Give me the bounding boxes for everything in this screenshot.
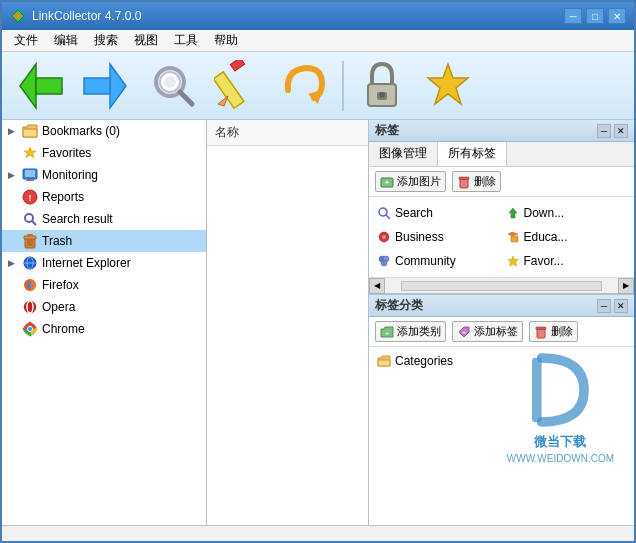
ie-icon <box>22 255 38 271</box>
delete-category-btn[interactable]: 删除 <box>529 321 578 342</box>
svg-rect-5 <box>84 78 110 94</box>
toolbar-back-button[interactable] <box>10 57 70 115</box>
tags-tabs: 图像管理 所有标签 <box>369 142 634 167</box>
status-bar <box>2 525 634 543</box>
scroll-left-btn[interactable]: ◀ <box>369 278 385 294</box>
tag-item-business[interactable]: Business <box>373 225 502 249</box>
add-image-label: 添加图片 <box>397 174 441 189</box>
tag-item-education[interactable]: Educa... <box>502 225 631 249</box>
tag-label-education: Educa... <box>524 230 568 244</box>
menu-bar: 文件 编辑 搜索 视图 工具 帮助 <box>2 30 634 52</box>
expand-arrow-ie: ▶ <box>8 258 18 268</box>
tags-section: 标签 ─ ✕ 图像管理 所有标签 + 添加图片 <box>369 120 634 295</box>
close-button[interactable]: ✕ <box>608 8 626 24</box>
toolbar-edit-button[interactable] <box>208 57 268 115</box>
category-folder-icon <box>377 355 391 367</box>
maximize-button[interactable]: □ <box>586 8 604 24</box>
add-tag-btn[interactable]: + 添加标签 <box>452 321 523 342</box>
svg-marker-2 <box>20 64 36 108</box>
tag-item-favorites[interactable]: Favor... <box>502 249 631 273</box>
sidebar-item-search-result[interactable]: ▶ Search result <box>2 208 206 230</box>
menu-file[interactable]: 文件 <box>6 30 46 51</box>
add-image-icon: + <box>380 175 394 189</box>
sidebar-label-bookmarks: Bookmarks (0) <box>42 124 120 138</box>
tab-image-manage[interactable]: 图像管理 <box>369 142 438 166</box>
tags-toolbar: + 添加图片 删除 <box>369 167 634 197</box>
horizontal-scrollbar[interactable] <box>401 281 602 291</box>
sidebar-label-ie: Internet Explorer <box>42 256 131 270</box>
svg-rect-51 <box>511 236 518 242</box>
tab-all-tags[interactable]: 所有标签 <box>438 142 507 166</box>
sidebar-item-reports[interactable]: ▶ ! Reports <box>2 186 206 208</box>
svg-rect-3 <box>36 78 62 94</box>
sidebar-item-bookmarks[interactable]: ▶ Bookmarks (0) <box>2 120 206 142</box>
menu-tools[interactable]: 工具 <box>166 30 206 51</box>
tag-search-icon <box>377 206 391 220</box>
sidebar-item-firefox[interactable]: ▶ Firefox <box>2 274 206 296</box>
minimize-button[interactable]: ─ <box>564 8 582 24</box>
sidebar-label-trash: Trash <box>42 234 72 248</box>
svg-rect-28 <box>27 234 33 236</box>
delete-tag-btn[interactable]: 删除 <box>452 171 501 192</box>
monitor-icon <box>22 167 38 183</box>
sidebar-item-ie[interactable]: ▶ Internet Explorer <box>2 252 206 274</box>
tags-category-section: 标签分类 ─ ✕ + 添加类别 + <box>369 295 634 525</box>
tag-item-community[interactable]: Community <box>373 249 502 273</box>
menu-help[interactable]: 帮助 <box>206 30 246 51</box>
toolbar-export-button[interactable] <box>274 57 334 115</box>
tag-label-favorites: Favor... <box>524 254 564 268</box>
sidebar: ▶ Bookmarks (0) ▶ Favorites ▶ Monitoring <box>2 120 207 525</box>
tags-section-controls: ─ ✕ <box>597 124 628 138</box>
svg-rect-10 <box>214 71 244 107</box>
tagcat-close-btn[interactable]: ✕ <box>614 299 628 313</box>
menu-view[interactable]: 视图 <box>126 30 166 51</box>
tagcat-minimize-btn[interactable]: ─ <box>597 299 611 313</box>
svg-point-9 <box>164 76 176 88</box>
tags-close-btn[interactable]: ✕ <box>614 124 628 138</box>
tags-grid: Search Down... Business <box>369 197 634 277</box>
tag-community-icon <box>377 254 391 268</box>
title-bar: LinkCollector 4.7.0.0 ─ □ ✕ <box>2 2 634 30</box>
delete-category-label: 删除 <box>551 324 573 339</box>
category-label: Categories <box>395 354 453 368</box>
search-icon <box>22 211 38 227</box>
toolbar-separator <box>342 61 344 111</box>
toolbar-search-button[interactable] <box>142 57 202 115</box>
svg-point-16 <box>379 92 385 98</box>
toolbar-lock-button[interactable] <box>352 57 412 115</box>
tag-item-download[interactable]: Down... <box>502 201 631 225</box>
svg-point-54 <box>381 260 387 266</box>
tags-minimize-btn[interactable]: ─ <box>597 124 611 138</box>
sidebar-item-monitoring[interactable]: ▶ Monitoring <box>2 164 206 186</box>
chrome-icon <box>22 321 38 337</box>
add-image-btn[interactable]: + 添加图片 <box>375 171 446 192</box>
firefox-icon <box>22 277 38 293</box>
tag-favorites-icon <box>506 254 520 268</box>
tag-label-community: Community <box>395 254 456 268</box>
add-category-btn[interactable]: + 添加类别 <box>375 321 446 342</box>
tag-item-search[interactable]: Search <box>373 201 502 225</box>
sidebar-item-trash[interactable]: ▶ Trash <box>2 230 206 252</box>
svg-marker-55 <box>508 256 518 266</box>
tagcat-toolbar: + 添加类别 + 添加标签 删除 <box>369 317 634 347</box>
svg-rect-44 <box>460 179 468 188</box>
svg-point-37 <box>24 301 36 313</box>
sidebar-item-chrome[interactable]: ▶ Chrome <box>2 318 206 340</box>
menu-search[interactable]: 搜索 <box>86 30 126 51</box>
sidebar-item-favorites[interactable]: ▶ Favorites <box>2 142 206 164</box>
menu-edit[interactable]: 编辑 <box>46 30 86 51</box>
sidebar-item-opera[interactable]: ▶ Opera <box>2 296 206 318</box>
svg-rect-21 <box>25 170 35 177</box>
svg-marker-1 <box>14 14 20 18</box>
report-icon: ! <box>22 189 38 205</box>
delete-icon <box>457 175 471 189</box>
right-panel: 标签 ─ ✕ 图像管理 所有标签 + 添加图片 <box>369 120 634 525</box>
tag-label-search: Search <box>395 206 433 220</box>
opera-icon <box>22 299 38 315</box>
scroll-right-btn[interactable]: ▶ <box>618 278 634 294</box>
toolbar <box>2 52 634 120</box>
toolbar-favorites-button[interactable] <box>418 57 478 115</box>
category-item-categories[interactable]: Categories <box>373 351 630 371</box>
toolbar-forward-button[interactable] <box>76 57 136 115</box>
svg-rect-59 <box>537 329 545 338</box>
